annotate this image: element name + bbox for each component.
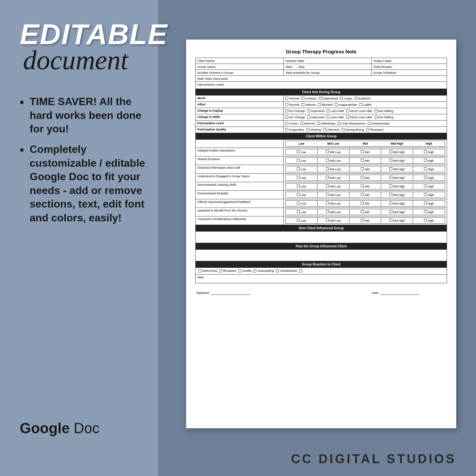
form-table: Client Name: Session Date: Today's Date:… <box>195 58 447 296</box>
row-client-session: Client Name: Session Date: Today's Date: <box>196 58 447 64</box>
participation-quality-label: Participation Quality <box>196 127 284 133</box>
within-row-1: Initiated Positive Interactions Low Mid … <box>196 148 447 156</box>
within-row-6: Demonstrated Empathy Low Mid Low Mid Mid… <box>196 191 447 199</box>
total-minutes-label: Total Minutes: <box>372 64 447 70</box>
skills-label: Change in Skills <box>196 114 284 121</box>
form-document: Group Therapy Progress Note Client Name:… <box>186 40 456 428</box>
mood-label: Mood <box>196 96 284 102</box>
client-info-header-row: Client Info During Group <box>196 89 447 96</box>
bullet-item-2: Completely customizable / editable Googl… <box>20 143 148 225</box>
how-influenced-area <box>196 232 447 243</box>
google-doc-label: Google Doc <box>20 420 99 436</box>
row-number-present: Number Present in Group: Total schedule … <box>196 70 447 76</box>
left-panel: EDITABLE document TIME SAVER! All the ha… <box>0 0 165 476</box>
participation-quality-options: Supportive Sharing Attentive Monopolizin… <box>284 127 447 133</box>
doc-regular: Doc <box>70 420 99 436</box>
group-name-label: Group Name: <box>196 64 284 70</box>
group-influenced-area <box>196 250 447 261</box>
editable-title: EDITABLE <box>20 20 148 49</box>
coping-label: Change in Coping <box>196 108 284 114</box>
brand-label: CC DIGITAL STUDIOS <box>291 452 456 466</box>
participation-quality-row: Participation Quality Supportive Sharing… <box>196 127 447 133</box>
group-influenced-header-row: How the Group Influenced Client <box>196 243 447 250</box>
group-schedule-label: Group Schedule: <box>372 70 447 76</box>
skills-row: Change in Skills No Change Improved Less… <box>196 114 447 121</box>
client-within-header: Client Within Group <box>196 133 447 140</box>
coping-options: No Change Improved Less Able Much Less A… <box>284 108 447 114</box>
skills-options: No Change Improved Less Able Much Less A… <box>284 114 447 121</box>
affect-row: Affect Normal Intense Blunted Inappropri… <box>196 102 447 108</box>
participation-level-options: Active Minimal Withdrawn Only Responsive… <box>284 121 447 127</box>
mood-row: Mood Normal Anxious Depressed Angry Euph… <box>196 96 447 102</box>
group-reaction-options-row: Welcoming Receptive Hostile Unaccepting … <box>196 268 447 275</box>
coping-row: Change in Coping No Change Improved Less… <box>196 108 447 114</box>
client-within-header-row: Client Within Group <box>196 133 447 140</box>
client-name-label: Client Name: <box>196 58 284 64</box>
row-interventions: Interventions Used: <box>196 82 447 89</box>
within-row-7: Offered Opinions/Suggestions/Feedback Lo… <box>196 199 447 208</box>
feature-list: TIME SAVER! All the hard works been done… <box>20 95 148 225</box>
form-title: Group Therapy Progress Note <box>195 49 447 54</box>
empty-row <box>196 283 447 290</box>
within-row-4: Understood & Engaged in Group Topics Low… <box>196 174 447 182</box>
bullet-item-1: TIME SAVER! All the hard works been done… <box>20 95 148 136</box>
within-row-9: Treatment Considerations Addressed Low M… <box>196 216 447 225</box>
within-row-3: Disclosed Information About Self Low Mid… <box>196 165 447 174</box>
row-main-topic: Main Topic Discussed: <box>196 76 447 82</box>
group-influenced-header: How the Group Influenced Client <box>196 243 447 250</box>
todays-date-label: Today's Date: <box>372 58 447 64</box>
start-stop-label: Start: Stop: <box>284 64 372 70</box>
number-present-label: Number Present in Group: <box>196 70 284 76</box>
how-influenced-header: How Client Influenced Group <box>196 225 447 232</box>
signature-row: Signature: Date: <box>196 290 447 296</box>
within-row-2: Shared Emotions Low Mid Low Mid Mid High… <box>196 156 447 165</box>
affect-label: Affect <box>196 102 284 108</box>
session-date-label: Session Date: <box>284 58 372 64</box>
participation-level-row: Participation Level Active Minimal Withd… <box>196 121 447 127</box>
mood-options: Normal Anxious Depressed Angry Euphoric <box>284 96 447 102</box>
within-row-5: Demonstrated Listening Skills Low Mid Lo… <box>196 182 447 191</box>
group-reaction-header: Group Reaction to Client <box>196 261 447 268</box>
group-reaction-header-row: Group Reaction to Client <box>196 261 447 268</box>
signature-label: Signature: <box>196 290 372 296</box>
interventions-label: Interventions Used: <box>196 82 447 89</box>
how-influenced-header-row: How Client Influenced Group <box>196 225 447 232</box>
google-bold: Google <box>20 420 70 436</box>
affect-options: Normal Intense Blunted Inappropriate Lab… <box>284 102 447 108</box>
within-row-8: Appeared to Benefit From the Session Low… <box>196 208 447 216</box>
total-schedule-label: Total schedule for Group: <box>284 70 372 76</box>
client-info-header: Client Info During Group <box>196 89 447 96</box>
participation-level-label: Participation Level <box>196 121 284 127</box>
within-col-header-row: Low Mid Low Mid Mid High High <box>196 140 447 148</box>
row-group-name: Group Name: Start: Stop: Total Minutes: <box>196 64 447 70</box>
note-row: Note: <box>196 274 447 283</box>
date-label: Date: <box>372 290 447 296</box>
main-topic-label: Main Topic Discussed: <box>196 76 447 82</box>
